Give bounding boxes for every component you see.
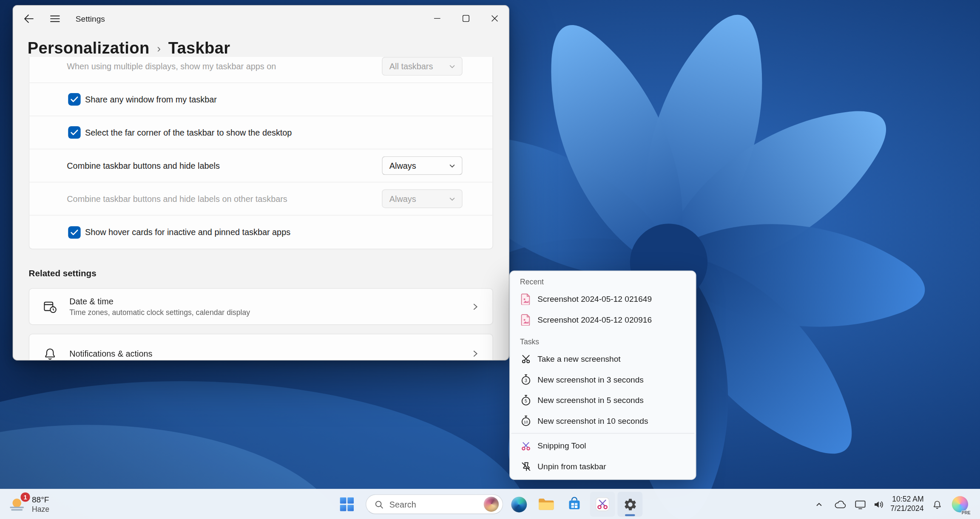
microsoft-store-button[interactable] — [562, 492, 587, 517]
chevron-down-icon — [449, 195, 455, 202]
chevron-down-icon — [449, 162, 455, 169]
chevron-right-icon — [471, 303, 479, 310]
start-icon — [340, 497, 354, 511]
setting-row-combine-buttons: Combine taskbar buttons and hide labels … — [29, 149, 492, 182]
active-app-indicator — [625, 514, 635, 516]
task-label: New screenshot in 10 seconds — [537, 416, 648, 425]
setting-label: Combine taskbar buttons and hide labels — [67, 161, 220, 170]
snipping-tool-icon — [595, 497, 610, 512]
unpin-label: Unpin from taskbar — [537, 462, 606, 471]
recent-item-label: Screenshot 2024-05-12 021649 — [537, 294, 652, 303]
page-title: Taskbar — [168, 38, 230, 58]
copilot-icon: PRE — [952, 496, 968, 512]
jumplist-app-item[interactable]: Snipping Tool — [510, 436, 696, 457]
snipping-tool-button[interactable] — [590, 492, 615, 517]
recent-item-screenshot-2[interactable]: Screenshot 2024-05-12 020916 — [510, 309, 696, 330]
clock-calendar-icon — [43, 299, 57, 314]
copilot-preview-button[interactable]: PRE — [947, 492, 973, 517]
image-file-icon — [520, 314, 532, 326]
snipping-tool-icon — [520, 440, 532, 452]
scissors-icon — [520, 353, 532, 365]
weather-widget[interactable]: 1 88°F Haze — [5, 492, 54, 517]
combine-buttons-dropdown[interactable]: Always — [382, 156, 463, 175]
close-icon — [491, 15, 498, 22]
minimize-button[interactable] — [423, 6, 452, 31]
clock-date: 7/21/2024 — [881, 504, 924, 513]
bell-icon — [932, 499, 942, 510]
related-settings-header: Related settings — [29, 268, 97, 278]
timer-icon: 3 — [520, 374, 532, 386]
setting-row-far-corner: Select the far corner of the taskbar to … — [29, 116, 492, 149]
search-input[interactable]: Search — [366, 494, 503, 514]
multi-display-dropdown[interactable]: All taskbars — [382, 57, 463, 76]
setting-label: Show hover cards for inactive and pinned… — [85, 227, 290, 237]
settings-content: When using multiple displays, show my ta… — [13, 57, 509, 360]
setting-label: Combine taskbar buttons and hide labels … — [67, 194, 287, 203]
dropdown-value: All taskbars — [389, 62, 433, 71]
back-button[interactable] — [18, 9, 40, 28]
related-card-title: Date & time — [69, 297, 250, 306]
tray-overflow-button[interactable] — [810, 492, 827, 517]
breadcrumb-separator: › — [157, 43, 161, 56]
task-label: Take a new screenshot — [537, 355, 620, 364]
notification-count-badge: 1 — [21, 492, 30, 502]
window-controls — [423, 6, 509, 31]
desktop: Settings Personalization › Taskbar When … — [0, 0, 980, 519]
svg-text:5: 5 — [524, 399, 527, 403]
checkbox-checked[interactable] — [68, 226, 80, 238]
network-button[interactable] — [852, 492, 868, 517]
jumplist-unpin-item[interactable]: Unpin from taskbar — [510, 456, 696, 477]
start-button[interactable] — [334, 492, 359, 517]
recent-item-screenshot-1[interactable]: Screenshot 2024-05-12 021649 — [510, 289, 696, 309]
store-icon — [567, 497, 582, 512]
settings-window: Settings Personalization › Taskbar When … — [12, 5, 509, 360]
clock-time: 10:52 AM — [881, 495, 924, 504]
weather-condition: Haze — [32, 505, 49, 514]
edge-button[interactable] — [506, 492, 531, 517]
related-card-date-time[interactable]: Date & time Time zones, automatic clock … — [29, 288, 493, 325]
task-label: New screenshot in 5 seconds — [537, 396, 644, 405]
jumplist-recent-header: Recent — [510, 271, 696, 289]
chevron-right-icon — [471, 350, 479, 357]
titlebar[interactable]: Settings — [13, 6, 509, 32]
image-file-icon — [520, 293, 532, 305]
notification-center-button[interactable] — [929, 492, 945, 517]
monitor-icon — [854, 498, 866, 510]
search-icon — [375, 499, 384, 509]
maximize-button[interactable] — [451, 6, 480, 31]
menu-button[interactable] — [44, 9, 65, 28]
timer-icon: 10 — [520, 415, 532, 427]
task-take-new-screenshot[interactable]: Take a new screenshot — [510, 349, 696, 369]
cloud-icon — [833, 499, 846, 509]
weather-temperature: 88°F — [32, 495, 49, 504]
chevron-down-icon — [449, 63, 455, 70]
search-highlight-image — [484, 497, 499, 512]
breadcrumb-personalization[interactable]: Personalization — [28, 38, 150, 58]
task-screenshot-5s[interactable]: 5 New screenshot in 5 seconds — [510, 390, 696, 411]
setting-label: Select the far corner of the taskbar to … — [85, 128, 292, 137]
haze-weather-icon: 1 — [8, 495, 26, 513]
clock-widget[interactable]: 10:52 AM 7/21/2024 — [881, 492, 924, 517]
minimize-icon — [433, 15, 440, 22]
setting-label: Share any window from my taskbar — [85, 95, 217, 104]
close-button[interactable] — [480, 6, 509, 31]
combine-other-dropdown[interactable]: Always — [382, 189, 463, 208]
svg-text:10: 10 — [523, 420, 528, 424]
settings-button[interactable] — [617, 492, 642, 517]
related-card-notifications[interactable]: Notifications & actions — [29, 334, 493, 360]
edge-icon — [511, 496, 527, 512]
task-screenshot-10s[interactable]: 10 New screenshot in 10 seconds — [510, 411, 696, 431]
bell-icon — [43, 346, 57, 360]
checkbox-checked[interactable] — [68, 93, 80, 105]
checkbox-checked[interactable] — [68, 126, 80, 139]
taskbar-behaviors-group: When using multiple displays, show my ta… — [29, 57, 493, 250]
file-explorer-button[interactable] — [534, 492, 559, 517]
onedrive-button[interactable] — [832, 492, 848, 517]
svg-text:3: 3 — [524, 378, 527, 383]
task-screenshot-3s[interactable]: 3 New screenshot in 3 seconds — [510, 369, 696, 390]
setting-row-combine-other: Combine taskbar buttons and hide labels … — [29, 182, 492, 216]
setting-row-multi-display: When using multiple displays, show my ta… — [29, 57, 492, 83]
setting-label: When using multiple displays, show my ta… — [67, 62, 276, 71]
snipping-tool-jumplist: Recent Screenshot 2024-05-12 021649 Scre… — [509, 271, 696, 480]
jumplist-divider — [511, 433, 694, 434]
